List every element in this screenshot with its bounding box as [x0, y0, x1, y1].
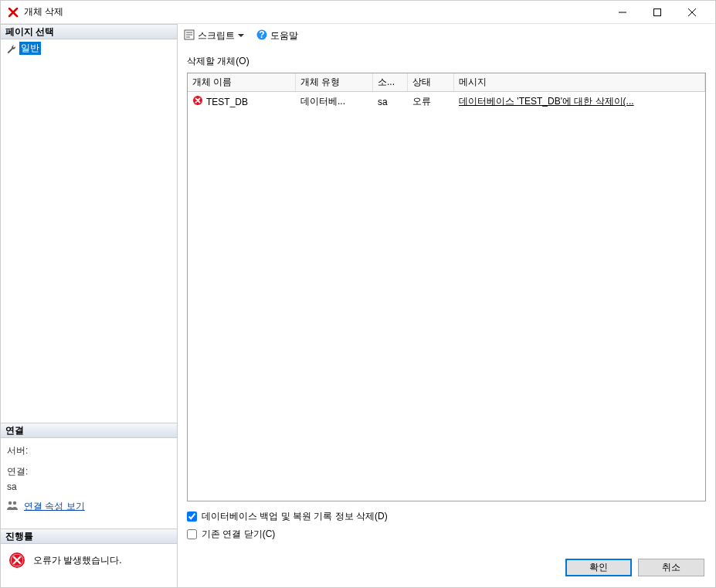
close-connections-checkbox[interactable]: 기존 연결 닫기(C): [187, 525, 706, 543]
cancel-button[interactable]: 취소: [638, 559, 704, 576]
error-message-link[interactable]: 데이터베이스 'TEST_DB'에 대한 삭제이(...: [459, 95, 634, 108]
maximize-button[interactable]: [640, 2, 674, 23]
wrench-icon: [5, 43, 16, 54]
content: 삭제할 개체(O) 개체 이름 개체 유형 소... 상태 메시지 TEST_D…: [178, 47, 715, 551]
window-controls: [605, 2, 709, 23]
toolbar: 스크립트 ? 도움말: [178, 24, 715, 47]
svg-rect-0: [653, 8, 660, 15]
script-dropdown[interactable]: 스크립트: [184, 29, 244, 42]
delete-backup-history-checkbox[interactable]: 데이터베이스 백업 및 복원 기록 정보 삭제(D): [187, 508, 706, 525]
checkbox-close-connections[interactable]: [187, 529, 197, 539]
col-name[interactable]: 개체 이름: [188, 73, 296, 91]
grid-header: 개체 이름 개체 유형 소... 상태 메시지: [188, 73, 705, 92]
people-icon: [7, 500, 19, 513]
svg-point-1: [8, 501, 12, 505]
server-label: 서버:: [7, 444, 171, 457]
minimize-button[interactable]: [605, 2, 640, 23]
help-icon: ?: [256, 29, 267, 42]
col-owner[interactable]: 소...: [373, 73, 408, 91]
ok-button[interactable]: 확인: [565, 559, 632, 576]
connection-header: 연결: [1, 423, 177, 438]
connection-props-row: 연결 속성 보기: [7, 500, 171, 513]
checkbox-delete-history[interactable]: [187, 512, 197, 522]
col-status[interactable]: 상태: [408, 73, 454, 91]
col-type[interactable]: 개체 유형: [296, 73, 373, 91]
chevron-down-icon: [238, 30, 244, 41]
script-label: 스크립트: [198, 29, 235, 42]
footer: 확인 취소: [178, 551, 715, 587]
connection-panel: 서버: 연결: sa 연결 속성 보기: [1, 438, 177, 529]
cell-type: 데이터베...: [296, 93, 373, 110]
progress-text: 오류가 발생했습니다.: [33, 554, 122, 567]
objects-grid: 개체 이름 개체 유형 소... 상태 메시지 TEST_DB 데이터베... …: [187, 73, 706, 501]
error-icon: [8, 552, 25, 569]
body: 페이지 선택 일반 연결 서버: 연결: sa 연결 속성 보기 진행: [1, 24, 715, 587]
checkbox1-label: 데이터베이스 백업 및 복원 기록 정보 삭제(D): [202, 510, 388, 523]
svg-text:?: ?: [259, 29, 264, 40]
cell-name-text: TEST_DB: [206, 97, 248, 107]
col-message[interactable]: 메시지: [454, 73, 705, 91]
connection-label: 연결:: [7, 465, 171, 478]
sidebar: 페이지 선택 일반 연결 서버: 연결: sa 연결 속성 보기 진행: [1, 24, 177, 587]
connection-value: sa: [7, 481, 171, 492]
script-icon: [184, 29, 195, 42]
cell-name: TEST_DB: [188, 93, 296, 110]
svg-point-2: [13, 501, 16, 505]
window-title: 개체 삭제: [24, 5, 605, 19]
cell-owner: sa: [373, 95, 408, 109]
help-label: 도움말: [270, 29, 298, 42]
progress-panel: 오류가 발생했습니다.: [1, 544, 177, 587]
checkbox-area: 데이터베이스 백업 및 복원 기록 정보 삭제(D) 기존 연결 닫기(C): [187, 501, 706, 546]
delete-icon: [7, 6, 19, 19]
help-button[interactable]: ? 도움말: [256, 29, 298, 42]
main: 스크립트 ? 도움말 삭제할 개체(O) 개체 이름 개체 유형 소...: [177, 24, 715, 587]
titlebar: 개체 삭제: [1, 1, 715, 24]
table-row[interactable]: TEST_DB 데이터베... sa 오류 데이터베이스 'TEST_DB'에 …: [188, 92, 705, 111]
objects-label: 삭제할 개체(O): [187, 55, 706, 68]
page-link-general[interactable]: 일반: [19, 42, 41, 55]
cell-message: 데이터베이스 'TEST_DB'에 대한 삭제이(...: [454, 93, 705, 110]
checkbox2-label: 기존 연결 닫기(C): [202, 528, 275, 541]
progress-row: 오류가 발생했습니다.: [7, 549, 171, 572]
page-list: 일반: [1, 39, 177, 423]
cell-status: 오류: [408, 93, 454, 110]
progress-header: 진행률: [1, 529, 177, 544]
view-connection-props-link[interactable]: 연결 속성 보기: [24, 500, 85, 513]
sidebar-item-general[interactable]: 일반: [4, 41, 174, 56]
close-button[interactable]: [674, 2, 709, 23]
page-select-header: 페이지 선택: [1, 24, 177, 39]
row-error-icon: [192, 95, 203, 108]
